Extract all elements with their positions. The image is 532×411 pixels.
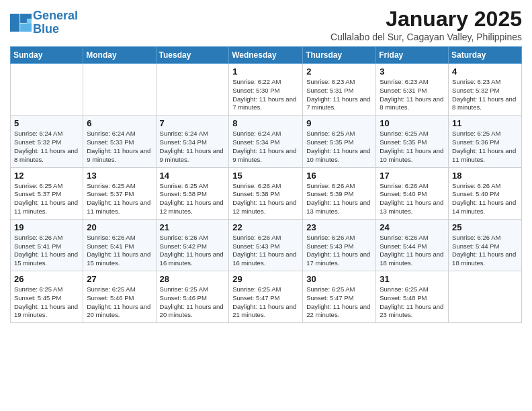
day-info: Sunrise: 6:26 AM Sunset: 5:41 PM Dayligh… xyxy=(14,234,79,268)
day-number: 6 xyxy=(87,118,152,128)
calendar-week-3: 19Sunrise: 6:26 AM Sunset: 5:41 PM Dayli… xyxy=(11,219,522,271)
day-number: 2 xyxy=(306,66,372,77)
day-info: Sunrise: 6:24 AM Sunset: 5:32 PM Dayligh… xyxy=(14,130,79,164)
calendar-cell xyxy=(449,271,522,323)
calendar-week-4: 26Sunrise: 6:25 AM Sunset: 5:45 PM Dayli… xyxy=(11,271,522,323)
day-number: 30 xyxy=(306,274,372,284)
day-info: Sunrise: 6:23 AM Sunset: 5:31 PM Dayligh… xyxy=(306,78,372,112)
calendar-cell: 4Sunrise: 6:23 AM Sunset: 5:32 PM Daylig… xyxy=(449,64,522,116)
calendar-week-0: 1Sunrise: 6:22 AM Sunset: 5:30 PM Daylig… xyxy=(11,64,522,116)
day-info: Sunrise: 6:25 AM Sunset: 5:38 PM Dayligh… xyxy=(160,182,226,216)
svg-marker-2 xyxy=(20,24,32,32)
day-number: 7 xyxy=(160,118,226,128)
svg-rect-0 xyxy=(10,13,19,32)
logo-icon xyxy=(10,13,32,32)
day-number: 14 xyxy=(160,171,226,181)
col-header-saturday: Saturday xyxy=(449,47,522,64)
calendar-cell: 26Sunrise: 6:25 AM Sunset: 5:45 PM Dayli… xyxy=(11,271,83,323)
calendar-cell: 31Sunrise: 6:25 AM Sunset: 5:48 PM Dayli… xyxy=(376,271,449,323)
calendar-cell: 30Sunrise: 6:25 AM Sunset: 5:47 PM Dayli… xyxy=(303,271,376,323)
day-info: Sunrise: 6:25 AM Sunset: 5:37 PM Dayligh… xyxy=(87,182,152,216)
day-info: Sunrise: 6:25 AM Sunset: 5:46 PM Dayligh… xyxy=(87,285,152,320)
calendar-cell: 17Sunrise: 6:26 AM Sunset: 5:40 PM Dayli… xyxy=(376,167,449,219)
day-info: Sunrise: 6:24 AM Sunset: 5:34 PM Dayligh… xyxy=(232,130,299,164)
day-number: 11 xyxy=(452,118,518,128)
col-header-sunday: Sunday xyxy=(11,47,83,64)
day-number: 22 xyxy=(232,222,299,232)
calendar-cell: 22Sunrise: 6:26 AM Sunset: 5:43 PM Dayli… xyxy=(229,219,303,271)
day-number: 10 xyxy=(380,118,445,128)
day-info: Sunrise: 6:26 AM Sunset: 5:40 PM Dayligh… xyxy=(380,182,445,216)
day-number: 16 xyxy=(306,171,372,181)
calendar-cell: 6Sunrise: 6:24 AM Sunset: 5:33 PM Daylig… xyxy=(83,116,156,167)
day-info: Sunrise: 6:26 AM Sunset: 5:43 PM Dayligh… xyxy=(232,234,299,268)
calendar-header-row: SundayMondayTuesdayWednesdayThursdayFrid… xyxy=(11,47,522,64)
calendar-cell: 28Sunrise: 6:25 AM Sunset: 5:46 PM Dayli… xyxy=(156,271,229,323)
day-number: 31 xyxy=(380,274,445,284)
svg-marker-3 xyxy=(27,19,32,24)
day-number: 24 xyxy=(380,222,445,232)
day-info: Sunrise: 6:23 AM Sunset: 5:32 PM Dayligh… xyxy=(452,78,518,112)
day-number: 19 xyxy=(14,222,79,232)
day-number: 15 xyxy=(232,171,299,181)
day-number: 4 xyxy=(452,66,518,77)
day-number: 29 xyxy=(232,274,299,284)
calendar-cell: 23Sunrise: 6:26 AM Sunset: 5:43 PM Dayli… xyxy=(303,219,376,271)
day-number: 20 xyxy=(87,222,152,232)
day-info: Sunrise: 6:26 AM Sunset: 5:40 PM Dayligh… xyxy=(452,182,518,216)
calendar-cell: 7Sunrise: 6:24 AM Sunset: 5:34 PM Daylig… xyxy=(156,116,229,167)
calendar-cell: 8Sunrise: 6:24 AM Sunset: 5:34 PM Daylig… xyxy=(229,116,303,167)
day-info: Sunrise: 6:22 AM Sunset: 5:30 PM Dayligh… xyxy=(232,78,299,112)
col-header-thursday: Thursday xyxy=(303,47,376,64)
day-number: 3 xyxy=(380,66,445,77)
calendar-cell: 18Sunrise: 6:26 AM Sunset: 5:40 PM Dayli… xyxy=(449,167,522,219)
calendar-cell: 10Sunrise: 6:25 AM Sunset: 5:35 PM Dayli… xyxy=(376,116,449,167)
calendar-week-1: 5Sunrise: 6:24 AM Sunset: 5:32 PM Daylig… xyxy=(11,116,522,167)
day-info: Sunrise: 6:25 AM Sunset: 5:37 PM Dayligh… xyxy=(14,182,79,216)
logo-line1: General xyxy=(33,9,78,22)
title-block: January 2025 Cullalabo del Sur, Cagayan … xyxy=(330,7,522,42)
day-number: 13 xyxy=(87,171,152,181)
day-info: Sunrise: 6:25 AM Sunset: 5:35 PM Dayligh… xyxy=(306,130,372,164)
calendar-cell: 13Sunrise: 6:25 AM Sunset: 5:37 PM Dayli… xyxy=(83,167,156,219)
page-header: General Blue January 2025 Cullalabo del … xyxy=(10,7,522,42)
day-info: Sunrise: 6:23 AM Sunset: 5:31 PM Dayligh… xyxy=(380,78,445,112)
calendar-body: 1Sunrise: 6:22 AM Sunset: 5:30 PM Daylig… xyxy=(11,64,522,323)
calendar-cell: 19Sunrise: 6:26 AM Sunset: 5:41 PM Dayli… xyxy=(11,219,83,271)
day-number: 27 xyxy=(87,274,152,284)
calendar-table: SundayMondayTuesdayWednesdayThursdayFrid… xyxy=(10,46,522,323)
calendar-cell: 29Sunrise: 6:25 AM Sunset: 5:47 PM Dayli… xyxy=(229,271,303,323)
calendar-cell: 11Sunrise: 6:25 AM Sunset: 5:36 PM Dayli… xyxy=(449,116,522,167)
day-info: Sunrise: 6:26 AM Sunset: 5:41 PM Dayligh… xyxy=(87,234,152,268)
day-number: 25 xyxy=(452,222,518,232)
logo: General Blue xyxy=(10,9,78,36)
month-title: January 2025 xyxy=(330,7,522,32)
col-header-monday: Monday xyxy=(83,47,156,64)
day-number: 8 xyxy=(232,118,299,128)
calendar-cell: 3Sunrise: 6:23 AM Sunset: 5:31 PM Daylig… xyxy=(376,64,449,116)
col-header-tuesday: Tuesday xyxy=(156,47,229,64)
col-header-wednesday: Wednesday xyxy=(229,47,303,64)
calendar-cell: 2Sunrise: 6:23 AM Sunset: 5:31 PM Daylig… xyxy=(303,64,376,116)
day-number: 18 xyxy=(452,171,518,181)
day-number: 21 xyxy=(160,222,226,232)
calendar-cell: 14Sunrise: 6:25 AM Sunset: 5:38 PM Dayli… xyxy=(156,167,229,219)
calendar-cell: 12Sunrise: 6:25 AM Sunset: 5:37 PM Dayli… xyxy=(11,167,83,219)
calendar-cell: 1Sunrise: 6:22 AM Sunset: 5:30 PM Daylig… xyxy=(229,64,303,116)
day-info: Sunrise: 6:25 AM Sunset: 5:45 PM Dayligh… xyxy=(14,285,79,320)
day-number: 12 xyxy=(14,171,79,181)
day-info: Sunrise: 6:26 AM Sunset: 5:43 PM Dayligh… xyxy=(306,234,372,268)
logo-line2: Blue xyxy=(33,22,59,36)
day-info: Sunrise: 6:25 AM Sunset: 5:35 PM Dayligh… xyxy=(380,130,445,164)
day-number: 26 xyxy=(14,274,79,284)
calendar-cell: 16Sunrise: 6:26 AM Sunset: 5:39 PM Dayli… xyxy=(303,167,376,219)
day-info: Sunrise: 6:26 AM Sunset: 5:44 PM Dayligh… xyxy=(380,234,445,268)
day-number: 1 xyxy=(232,66,299,77)
day-info: Sunrise: 6:26 AM Sunset: 5:38 PM Dayligh… xyxy=(232,182,299,216)
calendar-cell: 21Sunrise: 6:26 AM Sunset: 5:42 PM Dayli… xyxy=(156,219,229,271)
calendar-cell: 27Sunrise: 6:25 AM Sunset: 5:46 PM Dayli… xyxy=(83,271,156,323)
calendar-cell: 24Sunrise: 6:26 AM Sunset: 5:44 PM Dayli… xyxy=(376,219,449,271)
calendar-cell xyxy=(11,64,83,116)
day-info: Sunrise: 6:25 AM Sunset: 5:48 PM Dayligh… xyxy=(380,285,445,320)
day-info: Sunrise: 6:25 AM Sunset: 5:47 PM Dayligh… xyxy=(306,285,372,320)
